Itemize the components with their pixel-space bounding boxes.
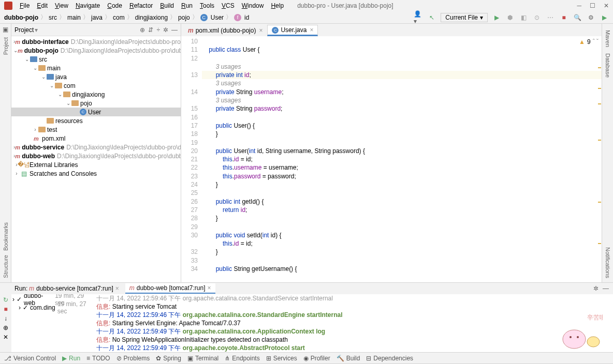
maven-icon xyxy=(15,38,20,46)
bookmarks-tool-label[interactable]: Bookmarks xyxy=(3,222,9,251)
run-anything-icon[interactable]: ▶ xyxy=(600,13,609,22)
menu-refactor[interactable]: Refactor xyxy=(126,1,156,10)
editor-area: mpom.xml (dubbo-pojo)× CUser.java× 10111… xyxy=(181,24,602,282)
terminal-tool[interactable]: ▣ Terminal xyxy=(187,355,218,362)
left-tool-strip: ▣ Project Bookmarks Structure xyxy=(0,24,11,282)
library-icon: �념 xyxy=(20,161,28,169)
console-output[interactable]: 十一月 14, 2022 12:59:46 下午 org.apache.cata… xyxy=(94,294,613,352)
run-icon[interactable]: ▶ xyxy=(492,13,501,22)
settings-icon[interactable]: ⚙ xyxy=(586,13,595,22)
close-tab-icon[interactable]: × xyxy=(259,27,262,34)
run-tool[interactable]: ▶ Run xyxy=(62,355,80,362)
run-panel: Run: mdubbo-service [tomcat7:run]× mdubb… xyxy=(0,282,613,352)
class-icon: C xyxy=(200,14,208,21)
tree-node-user[interactable]: CUser xyxy=(11,108,181,116)
error-stripe[interactable] xyxy=(596,36,602,282)
run-tab-service[interactable]: mdubbo-service [tomcat7:run]× xyxy=(25,284,123,293)
notifications-tool-label[interactable]: Notifications xyxy=(605,247,611,278)
bc-item[interactable]: src xyxy=(49,14,57,21)
menu-file[interactable]: File xyxy=(17,1,33,10)
project-tool-icon[interactable]: ▣ xyxy=(3,26,8,33)
sort-icon[interactable]: ⇵ xyxy=(148,26,153,34)
structure-tool-label[interactable]: Structure xyxy=(3,255,9,278)
app-logo xyxy=(4,2,12,10)
maven-icon xyxy=(18,47,23,54)
menu-vcs[interactable]: VCS xyxy=(218,1,238,10)
debug-icon[interactable]: ⬢ xyxy=(505,13,515,22)
menu-view[interactable]: View xyxy=(52,1,71,10)
run-label: Run: xyxy=(14,285,27,292)
bc-item[interactable]: java xyxy=(91,14,103,21)
database-tool-label[interactable]: Database xyxy=(605,53,611,78)
minimize-icon[interactable]: ─ xyxy=(577,2,581,9)
right-tool-strip: Maven Database Notifications xyxy=(602,24,613,282)
build-hammer-icon[interactable]: ↖ xyxy=(427,13,436,22)
stop-icon[interactable]: ■ xyxy=(4,306,7,313)
profiler-tool[interactable]: ◉ Profiler xyxy=(303,355,330,362)
profile-icon[interactable]: ⊙ xyxy=(532,13,542,22)
locate-icon[interactable]: ⊕ xyxy=(140,26,145,34)
folder-icon xyxy=(71,100,79,106)
project-tool-label[interactable]: Project xyxy=(3,37,9,55)
bc-item[interactable]: dingjiaxiong xyxy=(135,14,168,21)
bc-field[interactable]: id xyxy=(244,14,249,21)
bc-root[interactable]: dubbo-pojo xyxy=(4,14,38,21)
run-toolbar: ↻ ■ ↓ ⊕ ✕ xyxy=(0,294,11,352)
nav-toolbar: dubbo-pojo〉 src〉 main〉 java〉 com〉 dingji… xyxy=(0,11,613,24)
editor-tab-pom[interactable]: mpom.xml (dubbo-pojo)× xyxy=(183,25,267,36)
menu-build[interactable]: Build xyxy=(157,1,177,10)
threads-panel[interactable]: ›✓dubbo-web19 min, 29 sec ›✓com.ding19 m… xyxy=(11,294,94,352)
maven-icon xyxy=(32,135,40,142)
close-icon[interactable]: ✕ xyxy=(604,2,609,9)
vcs-tool[interactable]: ⎇ Version Control xyxy=(4,355,56,362)
panel-hide-icon[interactable]: — xyxy=(603,285,609,292)
svg-point-1 xyxy=(563,330,586,348)
build-tool[interactable]: 🔨 Build xyxy=(337,355,360,362)
expand-icon[interactable]: ÷ xyxy=(156,26,160,34)
problems-tool[interactable]: ⊘ Problems xyxy=(116,355,150,362)
user-icon[interactable]: 👤▾ xyxy=(414,13,423,22)
scroll-icon[interactable]: ⊕ xyxy=(3,324,8,331)
svg-point-2 xyxy=(570,336,572,338)
todo-tool[interactable]: ≡ TODO xyxy=(86,355,110,362)
project-tree[interactable]: ›dubbo-interfaceD:\DingJiaxiong\IdeaProj… xyxy=(11,36,181,282)
attach-icon[interactable]: ⋯ xyxy=(546,13,555,22)
close-tab-icon[interactable]: × xyxy=(310,26,313,34)
menu-run[interactable]: Run xyxy=(178,1,196,10)
menu-code[interactable]: Code xyxy=(104,1,125,10)
panel-settings-icon[interactable]: ✲ xyxy=(593,285,599,292)
run-tab-web[interactable]: mdubbo-web [tomcat7:run]× xyxy=(125,283,215,294)
clear-icon[interactable]: ✕ xyxy=(3,333,8,341)
services-tool[interactable]: ⊞ Services xyxy=(266,355,297,362)
coverage-icon[interactable]: ◧ xyxy=(519,13,528,22)
menu-bar: File Edit View Navigate Code Refactor Bu… xyxy=(17,1,287,10)
spring-tool[interactable]: ✿ Spring xyxy=(156,355,181,362)
menu-edit[interactable]: Edit xyxy=(34,1,51,10)
menu-navigate[interactable]: Navigate xyxy=(72,1,103,10)
menu-window[interactable]: Window xyxy=(239,1,267,10)
maven-tool-label[interactable]: Maven xyxy=(605,30,611,47)
project-view-selector[interactable]: Project▾ xyxy=(14,26,38,34)
folder-icon xyxy=(38,65,46,71)
deps-tool[interactable]: ⊟ Dependencies xyxy=(366,355,413,362)
gear-icon[interactable]: ✲ xyxy=(163,26,168,34)
hide-icon[interactable]: — xyxy=(171,26,178,34)
rerun-icon[interactable]: ↻ xyxy=(3,296,8,304)
window-title: dubbo-pro - User.java [dubbo-pojo] xyxy=(297,2,393,9)
bc-item[interactable]: pojo xyxy=(178,14,190,21)
folder-icon xyxy=(38,127,46,132)
editor-tab-user[interactable]: CUser.java× xyxy=(267,25,318,36)
maven-icon xyxy=(15,153,20,160)
run-config-selector[interactable]: Current File▾ xyxy=(441,13,488,22)
bc-class[interactable]: User xyxy=(211,14,224,21)
menu-tools[interactable]: Tools xyxy=(197,1,217,10)
stop-icon[interactable]: ■ xyxy=(559,13,568,22)
code-editor[interactable]: 1011121314151617181920212223242526272829… xyxy=(181,36,602,282)
maximize-icon[interactable]: ☐ xyxy=(590,2,595,9)
menu-help[interactable]: Help xyxy=(268,1,287,10)
soft-wrap-icon[interactable]: ↓ xyxy=(4,315,7,322)
search-icon[interactable]: 🔍 xyxy=(573,13,582,22)
bc-item[interactable]: com xyxy=(113,14,125,21)
endpoints-tool[interactable]: ⋔ Endpoints xyxy=(225,355,259,362)
bc-item[interactable]: main xyxy=(67,14,81,21)
